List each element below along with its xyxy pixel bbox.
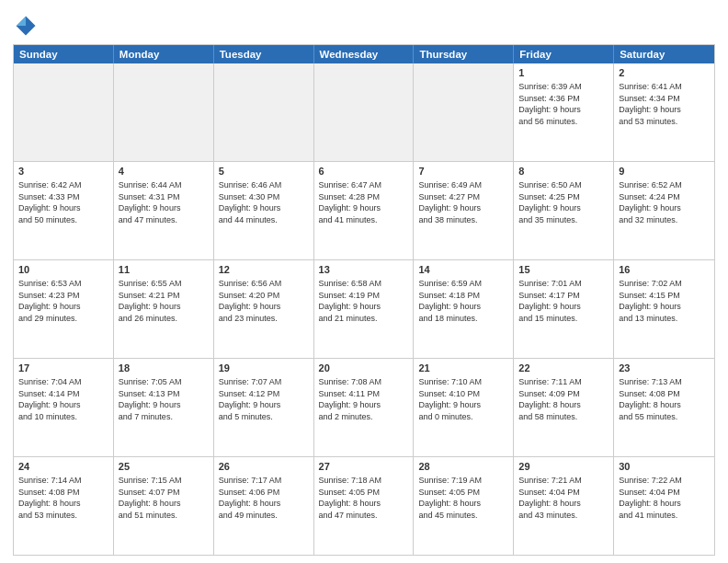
day-cell-19: 19Sunrise: 7:07 AM Sunset: 4:12 PM Dayli… [214, 359, 314, 456]
empty-cell [114, 63, 214, 161]
day-info: Sunrise: 7:11 AM Sunset: 4:09 PM Dayligh… [518, 377, 582, 421]
day-cell-1: 1Sunrise: 6:39 AM Sunset: 4:36 PM Daylig… [514, 63, 614, 161]
day-info: Sunrise: 6:55 AM Sunset: 4:21 PM Dayligh… [119, 279, 182, 323]
day-cell-22: 22Sunrise: 7:11 AM Sunset: 4:09 PM Dayli… [514, 359, 614, 456]
day-info: Sunrise: 7:13 AM Sunset: 4:08 PM Dayligh… [619, 377, 682, 421]
empty-cell [214, 63, 314, 161]
logo-icon [13, 13, 39, 39]
calendar-body: 1Sunrise: 6:39 AM Sunset: 4:36 PM Daylig… [14, 63, 714, 555]
day-number: 25 [119, 460, 209, 474]
day-number: 6 [319, 165, 409, 178]
day-number: 16 [619, 263, 710, 277]
logo [13, 13, 42, 39]
calendar-week-4: 17Sunrise: 7:04 AM Sunset: 4:14 PM Dayli… [14, 359, 714, 457]
day-info: Sunrise: 6:53 AM Sunset: 4:23 PM Dayligh… [18, 279, 82, 323]
day-info: Sunrise: 6:49 AM Sunset: 4:27 PM Dayligh… [418, 180, 482, 224]
day-number: 30 [619, 460, 710, 474]
calendar-week-1: 1Sunrise: 6:39 AM Sunset: 4:36 PM Daylig… [14, 63, 714, 162]
day-info: Sunrise: 7:07 AM Sunset: 4:12 PM Dayligh… [219, 377, 282, 421]
day-cell-26: 26Sunrise: 7:17 AM Sunset: 4:06 PM Dayli… [214, 457, 314, 555]
header-day-saturday: Saturday [614, 45, 714, 63]
header-day-wednesday: Wednesday [314, 45, 415, 63]
empty-cell [414, 63, 514, 161]
header [13, 9, 715, 39]
day-number: 22 [518, 362, 609, 375]
day-number: 21 [418, 362, 508, 375]
day-info: Sunrise: 7:21 AM Sunset: 4:04 PM Dayligh… [518, 476, 582, 520]
day-info: Sunrise: 7:17 AM Sunset: 4:06 PM Dayligh… [219, 476, 282, 520]
day-number: 2 [619, 66, 710, 80]
header-day-sunday: Sunday [14, 45, 114, 63]
day-info: Sunrise: 6:47 AM Sunset: 4:28 PM Dayligh… [319, 180, 382, 224]
calendar-header: SundayMondayTuesdayWednesdayThursdayFrid… [14, 45, 714, 63]
day-number: 23 [619, 362, 710, 375]
header-day-friday: Friday [514, 45, 614, 63]
day-cell-5: 5Sunrise: 6:46 AM Sunset: 4:30 PM Daylig… [214, 162, 314, 259]
day-number: 8 [518, 165, 609, 178]
calendar-week-3: 10Sunrise: 6:53 AM Sunset: 4:23 PM Dayli… [14, 260, 714, 359]
header-day-tuesday: Tuesday [214, 45, 314, 63]
day-number: 13 [319, 263, 409, 277]
day-info: Sunrise: 6:52 AM Sunset: 4:24 PM Dayligh… [619, 180, 682, 224]
day-info: Sunrise: 7:02 AM Sunset: 4:15 PM Dayligh… [619, 279, 682, 323]
day-info: Sunrise: 7:05 AM Sunset: 4:13 PM Dayligh… [119, 377, 182, 421]
day-info: Sunrise: 7:14 AM Sunset: 4:08 PM Dayligh… [18, 476, 82, 520]
day-cell-28: 28Sunrise: 7:19 AM Sunset: 4:05 PM Dayli… [414, 457, 514, 555]
day-info: Sunrise: 6:59 AM Sunset: 4:18 PM Dayligh… [418, 279, 482, 323]
day-cell-20: 20Sunrise: 7:08 AM Sunset: 4:11 PM Dayli… [314, 359, 415, 456]
day-number: 29 [518, 460, 609, 474]
day-cell-24: 24Sunrise: 7:14 AM Sunset: 4:08 PM Dayli… [14, 457, 114, 555]
calendar-week-5: 24Sunrise: 7:14 AM Sunset: 4:08 PM Dayli… [14, 457, 714, 555]
header-day-monday: Monday [114, 45, 214, 63]
day-cell-7: 7Sunrise: 6:49 AM Sunset: 4:27 PM Daylig… [414, 162, 514, 259]
day-info: Sunrise: 6:46 AM Sunset: 4:30 PM Dayligh… [219, 180, 282, 224]
day-cell-17: 17Sunrise: 7:04 AM Sunset: 4:14 PM Dayli… [14, 359, 114, 456]
day-cell-25: 25Sunrise: 7:15 AM Sunset: 4:07 PM Dayli… [114, 457, 214, 555]
empty-cell [14, 63, 114, 161]
day-info: Sunrise: 6:39 AM Sunset: 4:36 PM Dayligh… [518, 82, 582, 126]
day-info: Sunrise: 6:44 AM Sunset: 4:31 PM Dayligh… [119, 180, 182, 224]
day-cell-16: 16Sunrise: 7:02 AM Sunset: 4:15 PM Dayli… [614, 260, 714, 358]
day-number: 5 [219, 165, 309, 178]
day-number: 14 [418, 263, 508, 277]
day-number: 19 [219, 362, 309, 375]
calendar-week-2: 3Sunrise: 6:42 AM Sunset: 4:33 PM Daylig… [14, 162, 714, 260]
day-number: 24 [18, 460, 108, 474]
day-info: Sunrise: 7:18 AM Sunset: 4:05 PM Dayligh… [319, 476, 382, 520]
day-cell-15: 15Sunrise: 7:01 AM Sunset: 4:17 PM Dayli… [514, 260, 614, 358]
empty-cell [314, 63, 415, 161]
day-cell-30: 30Sunrise: 7:22 AM Sunset: 4:04 PM Dayli… [614, 457, 714, 555]
day-cell-21: 21Sunrise: 7:10 AM Sunset: 4:10 PM Dayli… [414, 359, 514, 456]
day-cell-23: 23Sunrise: 7:13 AM Sunset: 4:08 PM Dayli… [614, 359, 714, 456]
day-number: 1 [518, 66, 609, 80]
day-cell-12: 12Sunrise: 6:56 AM Sunset: 4:20 PM Dayli… [214, 260, 314, 358]
day-info: Sunrise: 7:15 AM Sunset: 4:07 PM Dayligh… [119, 476, 182, 520]
day-number: 18 [119, 362, 209, 375]
day-number: 15 [518, 263, 609, 277]
day-info: Sunrise: 7:01 AM Sunset: 4:17 PM Dayligh… [518, 279, 582, 323]
day-cell-13: 13Sunrise: 6:58 AM Sunset: 4:19 PM Dayli… [314, 260, 415, 358]
day-info: Sunrise: 7:04 AM Sunset: 4:14 PM Dayligh… [18, 377, 82, 421]
day-number: 9 [619, 165, 710, 178]
day-number: 10 [18, 263, 108, 277]
day-info: Sunrise: 6:56 AM Sunset: 4:20 PM Dayligh… [219, 279, 282, 323]
day-info: Sunrise: 7:22 AM Sunset: 4:04 PM Dayligh… [619, 476, 682, 520]
day-info: Sunrise: 6:42 AM Sunset: 4:33 PM Dayligh… [18, 180, 82, 224]
day-number: 27 [319, 460, 409, 474]
day-cell-4: 4Sunrise: 6:44 AM Sunset: 4:31 PM Daylig… [114, 162, 214, 259]
day-number: 11 [119, 263, 209, 277]
day-info: Sunrise: 6:50 AM Sunset: 4:25 PM Dayligh… [518, 180, 582, 224]
day-cell-6: 6Sunrise: 6:47 AM Sunset: 4:28 PM Daylig… [314, 162, 415, 259]
day-cell-29: 29Sunrise: 7:21 AM Sunset: 4:04 PM Dayli… [514, 457, 614, 555]
day-cell-8: 8Sunrise: 6:50 AM Sunset: 4:25 PM Daylig… [514, 162, 614, 259]
day-cell-18: 18Sunrise: 7:05 AM Sunset: 4:13 PM Dayli… [114, 359, 214, 456]
day-info: Sunrise: 6:41 AM Sunset: 4:34 PM Dayligh… [619, 82, 682, 126]
day-number: 3 [18, 165, 108, 178]
day-number: 26 [219, 460, 309, 474]
day-cell-14: 14Sunrise: 6:59 AM Sunset: 4:18 PM Dayli… [414, 260, 514, 358]
calendar: SundayMondayTuesdayWednesdayThursdayFrid… [13, 44, 715, 556]
day-cell-27: 27Sunrise: 7:18 AM Sunset: 4:05 PM Dayli… [314, 457, 415, 555]
day-info: Sunrise: 7:08 AM Sunset: 4:11 PM Dayligh… [319, 377, 382, 421]
day-number: 17 [18, 362, 108, 375]
day-number: 12 [219, 263, 309, 277]
